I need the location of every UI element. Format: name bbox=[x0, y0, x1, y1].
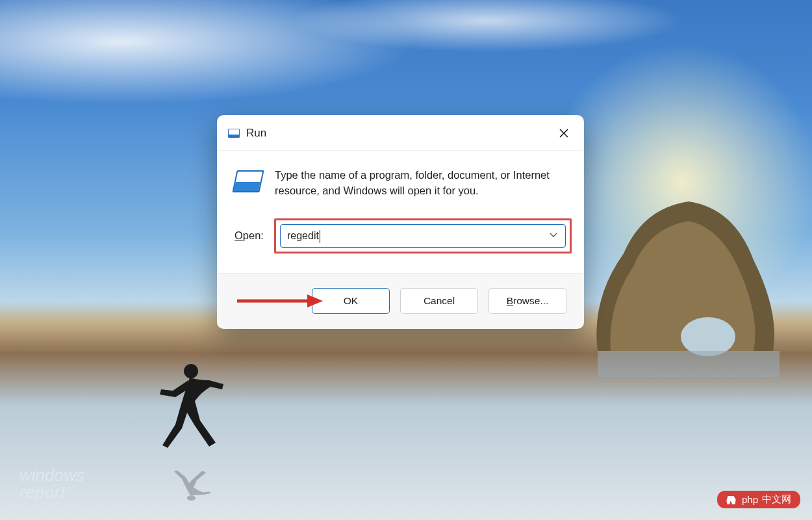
svg-point-0 bbox=[681, 317, 735, 356]
wallpaper-runner-reflection bbox=[149, 467, 234, 502]
watermark-line1: windows bbox=[19, 467, 84, 484]
close-button[interactable] bbox=[548, 120, 579, 146]
svg-point-2 bbox=[187, 495, 196, 500]
dialog-description: Type the name of a program, folder, docu… bbox=[275, 168, 566, 199]
browse-button-label: Browse... bbox=[507, 295, 549, 307]
cancel-button-label: Cancel bbox=[424, 295, 455, 307]
svg-point-1 bbox=[184, 364, 198, 378]
dialog-body: Type the name of a program, folder, docu… bbox=[218, 151, 583, 273]
text-caret bbox=[320, 230, 320, 243]
php-elephant-icon bbox=[724, 494, 738, 506]
run-dialog-icon bbox=[228, 129, 240, 138]
ok-button[interactable]: OK bbox=[312, 288, 390, 314]
open-input[interactable]: regedit bbox=[280, 224, 566, 248]
run-dialog: Run Type the name of a program, folder, … bbox=[217, 115, 584, 329]
open-input-value: regedit bbox=[287, 230, 319, 242]
window-title: Run bbox=[246, 127, 266, 140]
wallpaper-rock bbox=[585, 182, 793, 377]
chevron-down-icon[interactable] bbox=[550, 230, 557, 242]
svg-marker-4 bbox=[307, 294, 323, 307]
wallpaper-runner bbox=[149, 361, 234, 458]
cancel-button[interactable]: Cancel bbox=[400, 288, 478, 314]
annotation-arrow bbox=[236, 293, 324, 309]
run-body-icon bbox=[235, 170, 262, 192]
badge-php-cn: php 中文网 bbox=[717, 491, 800, 508]
browse-button[interactable]: Browse... bbox=[488, 288, 566, 314]
watermark-windows-report: windows report bbox=[19, 467, 84, 500]
open-label: Open: bbox=[235, 229, 264, 242]
badge-suffix: 中文网 bbox=[762, 493, 791, 506]
badge-prefix: php bbox=[742, 494, 758, 505]
close-icon bbox=[559, 129, 568, 138]
annotation-input-highlight: regedit bbox=[274, 218, 572, 254]
watermark-line2: report bbox=[19, 484, 84, 500]
button-bar: OK Cancel Browse... bbox=[218, 273, 583, 328]
titlebar[interactable]: Run bbox=[218, 116, 583, 151]
ok-button-label: OK bbox=[344, 295, 358, 307]
